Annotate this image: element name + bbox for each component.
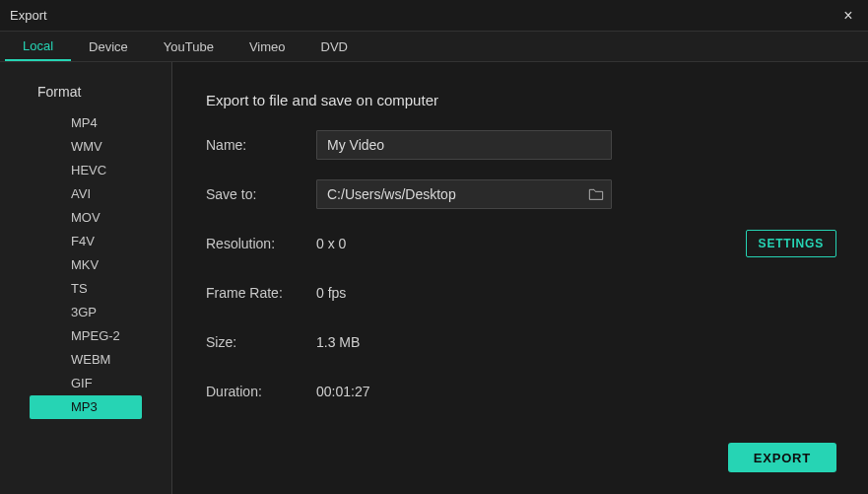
export-button[interactable]: EXPORT [728, 443, 836, 472]
format-item-mov[interactable]: MOV [30, 206, 142, 230]
format-item-mkv[interactable]: MKV [30, 253, 142, 277]
format-item-mp4[interactable]: MP4 [30, 111, 142, 135]
value-resolution: 0 x 0 [316, 236, 346, 251]
close-icon[interactable]: × [838, 7, 858, 25]
tab-bar: Local Device YouTube Vimeo DVD [0, 31, 868, 62]
format-item-f4v[interactable]: F4V [30, 230, 142, 253]
label-frame-rate: Frame Rate: [206, 285, 316, 301]
label-save-to: Save to: [206, 186, 316, 202]
value-size: 1.3 MB [316, 334, 360, 350]
format-item-wmv[interactable]: WMV [30, 135, 142, 159]
folder-icon[interactable] [581, 180, 611, 208]
save-to-wrap [316, 179, 612, 209]
value-frame-rate: 0 fps [316, 285, 346, 301]
sidebar-heading: Format [0, 84, 171, 111]
format-list: MP4 WMV HEVC AVI MOV F4V MKV TS 3GP MPEG… [0, 111, 171, 419]
tab-vimeo[interactable]: Vimeo [232, 32, 303, 61]
label-duration: Duration: [206, 384, 316, 399]
label-name: Name: [206, 137, 316, 153]
sidebar: Format MP4 WMV HEVC AVI MOV F4V MKV TS 3… [0, 62, 172, 494]
format-item-hevc[interactable]: HEVC [30, 159, 142, 182]
format-item-mp3[interactable]: MP3 [30, 395, 142, 419]
settings-button[interactable]: SETTINGS [746, 230, 836, 257]
value-duration: 00:01:27 [316, 384, 370, 399]
tab-youtube[interactable]: YouTube [146, 32, 232, 61]
format-item-mpeg2[interactable]: MPEG-2 [30, 324, 142, 348]
label-size: Size: [206, 334, 316, 350]
format-item-3gp[interactable]: 3GP [30, 301, 142, 324]
name-input[interactable] [316, 130, 612, 160]
format-item-webm[interactable]: WEBM [30, 348, 142, 372]
tab-dvd[interactable]: DVD [303, 32, 366, 61]
label-resolution: Resolution: [206, 236, 316, 251]
window-title: Export [10, 8, 47, 23]
save-to-input[interactable] [317, 180, 581, 208]
main-panel: Export to file and save on computer Name… [172, 62, 868, 494]
format-item-ts[interactable]: TS [30, 277, 142, 301]
titlebar: Export × [0, 0, 868, 31]
main-heading: Export to file and save on computer [206, 92, 836, 108]
tab-local[interactable]: Local [5, 32, 71, 61]
format-item-gif[interactable]: GIF [30, 372, 142, 395]
tab-device[interactable]: Device [71, 32, 146, 61]
format-item-avi[interactable]: AVI [30, 182, 142, 206]
